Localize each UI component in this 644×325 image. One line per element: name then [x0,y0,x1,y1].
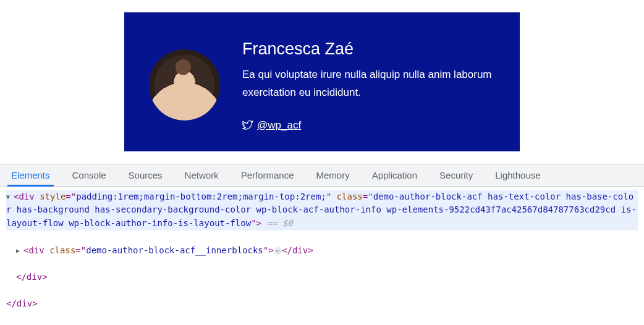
tab-network[interactable]: Network [185,164,219,186]
dom-close-1[interactable]: </div> [6,271,638,284]
author-social: @wp_acf [242,119,495,132]
dom-node-outer[interactable]: ▼<div style="padding:1rem;margin-bottom:… [6,190,638,230]
twitter-icon [242,120,253,130]
tab-lighthouse[interactable]: Lighthouse [495,164,540,186]
expand-arrow-down-icon[interactable]: ▼ [6,192,14,202]
author-card: Francesca Zaé Ea qui voluptate irure nul… [124,12,520,151]
author-bio: Ea qui voluptate irure nulla aliquip nul… [242,66,495,102]
selected-node-marker: == $0 [261,218,293,228]
avatar [149,49,220,120]
preview-area: Francesca Zaé Ea qui voluptate irure nul… [0,0,644,164]
twitter-link[interactable]: @wp_acf [257,119,301,132]
ellipsis-icon[interactable]: ⋯ [274,247,282,256]
devtools-tabs: Elements Console Sources Network Perform… [0,164,644,187]
dom-close-2[interactable]: </div> [6,297,638,311]
author-name: Francesca Zaé [242,40,495,59]
dom-node-inner[interactable]: ▶<div class="demo-author-block-acf__inne… [6,244,638,258]
author-info: Francesca Zaé Ea qui voluptate irure nul… [242,32,495,132]
devtools-panel: Elements Console Sources Network Perform… [0,164,644,318]
elements-tree[interactable]: ▼<div style="padding:1rem;margin-bottom:… [0,187,644,318]
tab-sources[interactable]: Sources [129,164,163,186]
tab-application[interactable]: Application [372,164,417,186]
tab-memory[interactable]: Memory [316,164,350,186]
tab-elements[interactable]: Elements [11,164,50,186]
tab-console[interactable]: Console [72,164,106,186]
tab-security[interactable]: Security [439,164,473,186]
expand-arrow-right-icon[interactable]: ▶ [16,246,23,256]
tab-performance[interactable]: Performance [241,164,294,186]
